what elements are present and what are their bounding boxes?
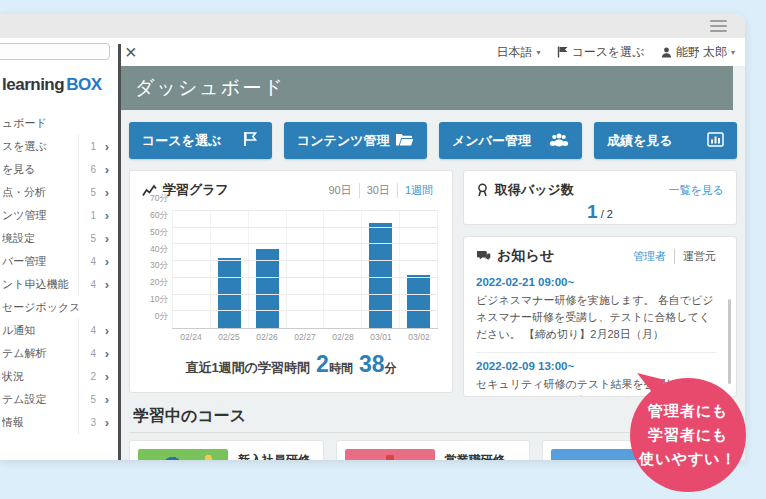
summary-minutes: 38 — [359, 351, 385, 377]
sidebar-item-count: 4 — [78, 319, 96, 342]
chevron-right-icon: › — [96, 277, 118, 292]
sidebar-item[interactable]: 情報3› — [0, 411, 118, 434]
language-label: 日本語 — [497, 44, 533, 61]
chart-gridline — [172, 243, 438, 244]
language-menu[interactable]: 日本語 ▾ — [497, 44, 541, 61]
user-name: 能野 太郎 — [676, 44, 727, 61]
chart-x-tick: 03/02 — [400, 332, 438, 342]
quick-button-label: コンテンツ管理 — [297, 132, 390, 150]
sidebar-item-count: 3 — [78, 411, 96, 434]
tab-admin[interactable]: 管理者 — [625, 249, 674, 264]
sidebar-item-count: 4 — [78, 250, 96, 273]
sidebar-item-count: 1 — [78, 135, 96, 158]
summary-minutes-unit: 分 — [384, 361, 396, 375]
quick-button-label: メンバー管理 — [452, 132, 531, 150]
quick-button-1[interactable]: コースを選ぶ — [129, 122, 272, 159]
course-thumbnail — [345, 449, 435, 460]
chevron-down-icon: ▾ — [537, 48, 541, 57]
sidebar-item[interactable]: スを選ぶ1› — [0, 135, 118, 158]
chart-gridline — [172, 260, 438, 261]
tab-1week[interactable]: 1週間 — [397, 183, 440, 198]
graph-summary: 直近1週間の学習時間2時間38分 — [130, 351, 452, 378]
chart-gridline — [172, 277, 438, 278]
app-header: × 日本語 ▾ コースを選ぶ 能野 太郎 ▾ — [121, 38, 745, 66]
chevron-right-icon: › — [96, 415, 118, 430]
callout-bubble: 管理者にも学習者にも使いやすい！ — [630, 378, 746, 492]
announcements-card: お知らせ 管理者 運営元 2022-02-21 09:00~ビジネスマナー研修を… — [463, 236, 737, 397]
course-thumbnail — [138, 449, 228, 460]
sidebar-search-input[interactable] — [0, 43, 110, 60]
chart-bar — [407, 275, 430, 328]
sidebar-item[interactable]: ンツ管理1› — [0, 204, 118, 227]
sidebar-item[interactable]: バー管理4› — [0, 250, 118, 273]
logo-box: BOX — [66, 75, 101, 94]
chart-y-tick: 30分 — [150, 260, 168, 272]
course-meta: 新入社員研修全職種対象 — [238, 449, 310, 460]
sidebar-item[interactable]: 境設定5› — [0, 227, 118, 250]
sidebar-item-count: 2 — [78, 365, 96, 388]
sidebar-item-label: ル通知 — [2, 323, 78, 338]
announcement-date: 2022-02-09 13:00~ — [476, 360, 716, 372]
sidebar-item[interactable]: テム設定5› — [0, 388, 118, 411]
chart-x-axis: 02/2402/2502/2602/2702/2803/0103/02 — [172, 332, 438, 342]
sidebar-item-label: ンツ管理 — [2, 208, 78, 223]
sidebar-item-label: テム設定 — [2, 392, 78, 407]
chart-gridline — [172, 294, 438, 295]
tab-30days[interactable]: 30日 — [359, 183, 397, 198]
sidebar-item[interactable]: ュボード — [0, 112, 118, 135]
chart-x-tick: 02/26 — [248, 332, 286, 342]
chevron-right-icon: › — [96, 231, 118, 246]
graph-range-tabs: 90日 30日 1週間 — [321, 183, 440, 198]
speech-bubble-icon — [476, 250, 491, 263]
course-thumbnail — [551, 449, 641, 460]
chart-y-tick: 50分 — [150, 227, 168, 239]
sidebar-item-label: 状況 — [2, 369, 78, 384]
chevron-right-icon: › — [96, 369, 118, 384]
chevron-right-icon: › — [96, 346, 118, 361]
sidebar-item[interactable]: を見る6› — [0, 158, 118, 181]
badges-title: 取得バッジ数 — [495, 181, 574, 199]
summary-hours: 2 — [316, 351, 329, 377]
badges-list-link[interactable]: 一覧を見る — [668, 183, 724, 198]
chart-y-tick: 20分 — [150, 277, 168, 289]
close-icon[interactable]: × — [125, 42, 137, 62]
tab-90days[interactable]: 90日 — [321, 183, 358, 198]
logo: learningBOX — [2, 75, 118, 95]
sidebar-menu: ュボードスを選ぶ1›を見る6›点・分析5›ンツ管理1›境設定5›バー管理4›ント… — [0, 112, 118, 434]
hamburger-menu-icon[interactable] — [710, 20, 727, 32]
course-select-menu[interactable]: コースを選ぶ — [557, 44, 645, 61]
sidebar-item[interactable]: 点・分析5› — [0, 181, 118, 204]
sidebar-item-count: 5 — [78, 227, 96, 250]
chart-x-tick: 02/24 — [172, 332, 210, 342]
tab-operator[interactable]: 運営元 — [674, 249, 724, 264]
quick-button-4[interactable]: 成績を見る — [594, 122, 737, 159]
flag-icon — [557, 46, 568, 58]
badge-icon — [476, 183, 489, 197]
flag-icon — [241, 131, 259, 150]
sidebar: learningBOX ュボードスを選ぶ1›を見る6›点・分析5›ンツ管理1›境… — [0, 38, 118, 460]
sidebar-item-label: ュボード — [2, 116, 78, 131]
chart-bar — [256, 249, 279, 328]
sidebar-item[interactable]: テム解析4› — [0, 342, 118, 365]
sidebar-item-count — [78, 296, 96, 319]
window-titlebar — [0, 14, 745, 38]
sidebar-item[interactable]: ル通知4› — [0, 319, 118, 342]
scrollbar-thumb[interactable] — [728, 299, 731, 384]
quick-button-label: 成績を見る — [607, 132, 673, 150]
course-card[interactable]: 営業職研修 — [336, 440, 531, 460]
sidebar-item-count: 4 — [78, 342, 96, 365]
sidebar-item[interactable]: ント申込機能4› — [0, 273, 118, 296]
course-card[interactable]: 新入社員研修全職種対象 — [129, 440, 324, 460]
quick-button-2[interactable]: コンテンツ管理 — [284, 122, 427, 159]
user-menu[interactable]: 能野 太郎 ▾ — [661, 44, 735, 61]
sidebar-item[interactable]: 状況2› — [0, 365, 118, 388]
callout-text: 管理者にも — [648, 399, 729, 423]
sidebar-item-label: 点・分析 — [2, 185, 78, 200]
sidebar-item[interactable]: セージボックス — [0, 296, 118, 319]
bar-chart-icon — [707, 132, 724, 150]
page-title-bar: ダッシュボード — [121, 66, 733, 110]
course-title: 新入社員研修 — [238, 452, 310, 460]
chevron-right-icon: › — [96, 162, 118, 177]
quick-button-3[interactable]: メンバー管理 — [439, 122, 582, 159]
chevron-right-icon: › — [96, 392, 118, 407]
